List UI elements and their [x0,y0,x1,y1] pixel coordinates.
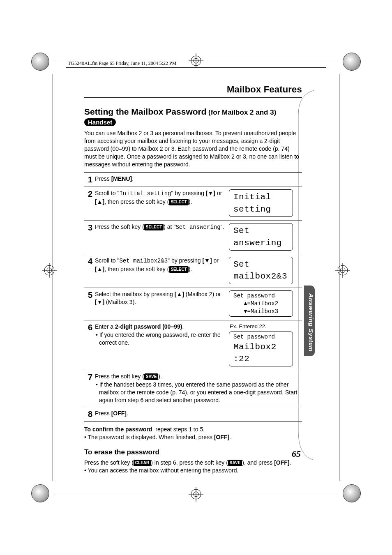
chapter-header: Mailbox Features [84,84,302,98]
lcd-line: Set password [233,292,288,300]
step-number: 5 [84,290,95,318]
softkey-label: SAVE [144,373,159,380]
step-row: 8 Press [OFF]. [84,407,302,421]
key-name: [▲] [175,291,184,297]
confirm-bullet: • The password is displayed. When finish… [84,434,214,440]
lcd-line: Set password [233,333,288,341]
erase-text: . [289,459,291,466]
step-text: . [127,410,128,417]
step-row: 5 Select the mailbox by pressing [▲] (Ma… [84,288,302,321]
handset-badge: Handset [84,118,116,126]
menu-option: Set answering [175,224,220,230]
key-name: [▼] [202,257,212,264]
step-text: ). [189,266,192,272]
step-number: 7 [84,373,95,404]
step-body: Scroll to "Set mailbox2&3" by pressing [… [95,257,226,285]
erase-text: Press the soft key ( [84,459,134,466]
step-text: , then press the soft key ( [104,198,169,205]
step-text: Scroll to " [95,190,119,196]
step-body: Enter a 2-digit password (00–99). • If y… [95,323,226,367]
step-text: Press [95,175,111,182]
step-number: 3 [84,223,95,251]
erase-text: ), and press [242,459,274,466]
step-text: or [215,190,222,196]
header-file-path: TG5240AL.fm Page 65 Friday, June 11, 200… [68,60,176,67]
registration-mark-icon [31,53,49,71]
erase-text: ) in step 6, press the soft key ( [151,459,228,466]
steps-table: 1 Press [MENU]. 2 Scroll to "Initial set… [84,172,302,421]
step-number: 2 [84,189,95,218]
softkey-label: SAVE [228,460,242,466]
erase-heading: To erase the password [84,447,302,457]
crop-line [53,494,339,494]
step-number: 4 [84,257,95,285]
lcd-line: ▼=Mailbox3 [233,308,288,315]
menu-option: Set mailbox2&3 [119,258,168,264]
step-text: ). [158,373,162,380]
page-content: Mailbox Features Setting the Mailbox Pas… [84,84,302,475]
registration-mark-icon [31,484,49,502]
step-text: ". [221,223,224,230]
key-name: [▼] [206,190,215,196]
intro-paragraph: You can use Mailbox 2 or 3 as personal m… [84,129,302,168]
emphasis: 2-digit password (00–99) [115,323,182,330]
lcd-display: Set mailbox2&3 [229,257,293,284]
step-body: Scroll to "Initial setting" by pressing … [95,189,226,218]
softkey-label: SELECT [169,266,188,273]
step-body: Press the soft key (SAVE). • If the hand… [95,373,302,404]
step-number: 8 [84,410,95,419]
key-name: [MENU] [111,175,132,182]
post-steps: To confirm the password, repeat steps 1 … [84,426,302,475]
step-number: 6 [84,323,95,367]
crosshair-icon [42,263,57,278]
step-text: or [212,257,219,264]
step-text: Press the soft key ( [95,373,144,380]
menu-option: Initial setting [119,190,171,197]
step-text: . [132,175,134,182]
key-name: [OFF] [274,459,289,466]
step-body: Select the mailbox by pressing [▲] (Mail… [95,290,226,318]
step-text: Press [95,410,111,417]
confirm-text: , repeat steps 1 to 5. [152,426,205,433]
key-name: [OFF] [111,410,127,417]
softkey-label: SELECT [169,199,188,205]
lcd-line: ▲=Mailbox2 [233,300,288,308]
step-body: Press [MENU]. [95,175,302,184]
key-name: [▼] [95,299,104,305]
title-main: Setting the Mailbox Password [84,107,207,116]
step-text: Press the soft key ( [95,223,144,230]
lcd-display: Set answering [229,223,293,251]
step-text: ) at " [164,223,175,230]
step-text: " by pressing [171,190,205,196]
softkey-label: SELECT [144,224,164,230]
key-name: [OFF] [214,434,229,440]
step-row: 2 Scroll to "Initial setting" by pressin… [84,187,302,221]
lcd-display: Set password ▲=Mailbox2 ▼=Mailbox3 [229,290,293,317]
registration-mark-icon [343,53,361,71]
crosshair-icon [335,263,350,278]
step-row: 3 Press the soft key (SELECT) at "Set an… [84,221,302,254]
step-bullet: • If the handset beeps 3 times, you ente… [95,381,302,404]
key-name: [▲] [95,266,104,272]
step-bullet: • If you entered the wrong password, re-… [95,331,226,347]
step-body: Press [OFF]. [95,410,302,419]
section-tab: Answering System [304,286,315,356]
step-text: . [182,323,184,330]
step-text: (Mailbox 2) or [184,291,221,297]
step-body: Press the soft key (SELECT) at "Set answ… [95,223,226,251]
step-text: (Mailbox 3). [104,299,136,305]
page-title: Setting the Mailbox Password (for Mailbo… [84,107,302,117]
step-text: Enter a [95,323,115,330]
crop-line [339,74,339,481]
step-text: , then press the soft key ( [104,266,169,272]
step-row: 6 Enter a 2-digit password (00–99). • If… [84,320,302,370]
registration-mark-icon [343,484,361,502]
erase-bullet: • You can access the mailbox without ent… [84,467,302,475]
step-text: ). [189,198,192,205]
page-number: 65 [292,449,301,459]
step-text: Select the mailbox by pressing [95,291,175,297]
step-row: 7 Press the soft key (SAVE). • If the ha… [84,370,302,407]
crop-line [53,74,53,481]
confirm-heading: To confirm the password [84,426,152,433]
title-subtitle: (for Mailbox 2 and 3) [208,108,276,116]
